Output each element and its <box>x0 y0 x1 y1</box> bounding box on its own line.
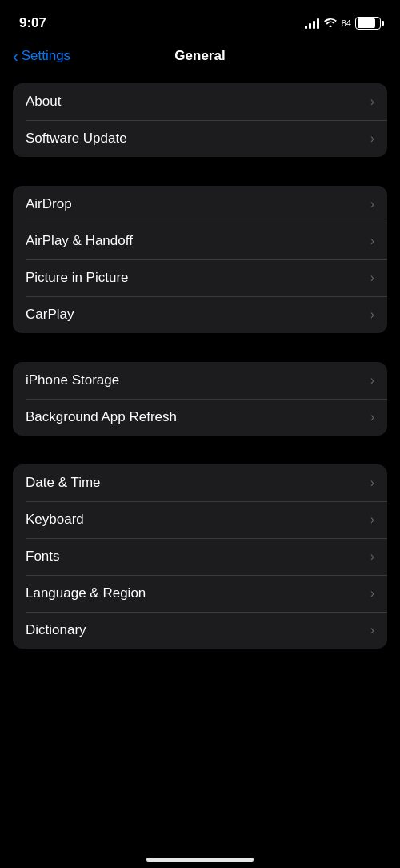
battery-indicator: 84 <box>342 17 381 30</box>
settings-row-carplay[interactable]: CarPlay › <box>13 296 387 333</box>
back-button[interactable]: ‹ Settings <box>13 48 70 64</box>
settings-row-background-app-refresh[interactable]: Background App Refresh › <box>13 399 387 436</box>
fonts-label: Fonts <box>26 549 60 565</box>
status-icons: 84 <box>305 17 381 30</box>
keyboard-label: Keyboard <box>26 512 84 528</box>
about-chevron-icon: › <box>370 94 374 109</box>
iphone-storage-chevron-icon: › <box>370 373 374 388</box>
settings-row-dictionary[interactable]: Dictionary › <box>13 612 387 649</box>
settings-group-2: AirDrop › AirPlay & Handoff › Picture in… <box>13 186 387 333</box>
settings-group-1: About › Software Update › <box>13 83 387 157</box>
settings-row-keyboard[interactable]: Keyboard › <box>13 501 387 538</box>
settings-row-picture-in-picture[interactable]: Picture in Picture › <box>13 259 387 296</box>
settings-row-fonts[interactable]: Fonts › <box>13 538 387 575</box>
status-bar: 9:07 84 <box>0 0 400 42</box>
airplay-handoff-chevron-icon: › <box>370 234 374 248</box>
settings-group-4: Date & Time › Keyboard › Fonts › Languag… <box>13 464 387 649</box>
carplay-label: CarPlay <box>26 307 74 323</box>
battery-icon <box>355 17 381 30</box>
background-app-refresh-label: Background App Refresh <box>26 409 177 425</box>
language-region-label: Language & Region <box>26 585 146 601</box>
date-time-chevron-icon: › <box>370 476 374 490</box>
airplay-handoff-label: AirPlay & Handoff <box>26 233 133 249</box>
settings-row-airdrop[interactable]: AirDrop › <box>13 186 387 223</box>
back-chevron-icon: ‹ <box>13 48 18 64</box>
wifi-icon <box>324 17 337 30</box>
software-update-chevron-icon: › <box>370 131 374 146</box>
software-update-label: Software Update <box>26 131 127 147</box>
settings-row-software-update[interactable]: Software Update › <box>13 120 387 157</box>
picture-in-picture-label: Picture in Picture <box>26 270 129 286</box>
carplay-chevron-icon: › <box>370 307 374 322</box>
settings-content: About › Software Update › AirDrop › AirP… <box>0 77 400 709</box>
keyboard-chevron-icon: › <box>370 512 374 527</box>
nav-bar: ‹ Settings General <box>0 42 400 77</box>
home-indicator <box>146 858 254 862</box>
back-label: Settings <box>22 48 70 64</box>
settings-row-about[interactable]: About › <box>13 83 387 120</box>
settings-row-iphone-storage[interactable]: iPhone Storage › <box>13 362 387 399</box>
iphone-storage-label: iPhone Storage <box>26 372 119 388</box>
background-app-refresh-chevron-icon: › <box>370 410 374 424</box>
signal-bars-icon <box>305 18 319 29</box>
dictionary-label: Dictionary <box>26 622 86 638</box>
fonts-chevron-icon: › <box>370 549 374 564</box>
battery-text: 84 <box>342 18 351 28</box>
settings-row-language-region[interactable]: Language & Region › <box>13 575 387 612</box>
status-time: 9:07 <box>19 15 46 31</box>
settings-group-3: iPhone Storage › Background App Refresh … <box>13 362 387 436</box>
about-label: About <box>26 94 61 110</box>
nav-title: General <box>174 48 225 64</box>
airdrop-chevron-icon: › <box>370 197 374 211</box>
settings-row-date-time[interactable]: Date & Time › <box>13 464 387 501</box>
picture-in-picture-chevron-icon: › <box>370 271 374 285</box>
airdrop-label: AirDrop <box>26 196 72 212</box>
dictionary-chevron-icon: › <box>370 623 374 637</box>
settings-row-airplay-handoff[interactable]: AirPlay & Handoff › <box>13 223 387 259</box>
date-time-label: Date & Time <box>26 475 101 491</box>
language-region-chevron-icon: › <box>370 586 374 601</box>
